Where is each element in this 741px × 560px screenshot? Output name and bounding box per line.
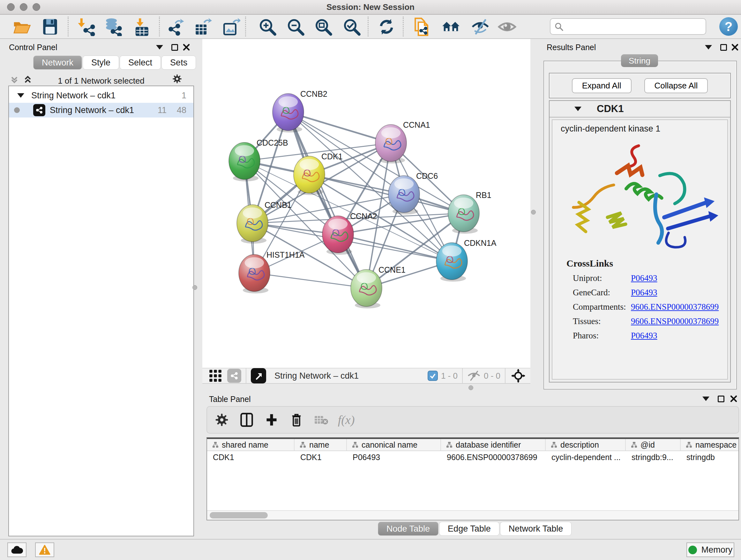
export-network-button[interactable]: [165, 17, 185, 37]
import-network-database-button[interactable]: [103, 17, 123, 37]
tab-sets[interactable]: Sets: [161, 56, 196, 70]
column-header-description[interactable]: description: [546, 439, 626, 450]
network-node-CCNA1[interactable]: CCNA1: [375, 120, 430, 164]
tab-select[interactable]: Select: [120, 56, 161, 70]
table-panel-close-button[interactable]: [729, 394, 738, 403]
control-panel-float-button[interactable]: [170, 43, 179, 52]
control-panel-menu-button[interactable]: [155, 43, 164, 52]
zoom-out-button[interactable]: [286, 17, 306, 37]
column-header-shared-name[interactable]: shared name: [207, 439, 294, 450]
network-node-CDC6[interactable]: CDC6: [388, 172, 438, 214]
network-node-CDK1[interactable]: CDK1: [293, 152, 343, 195]
network-edge-HIST1H1A-CCNE1[interactable]: [254, 273, 366, 288]
help-button[interactable]: ?: [719, 17, 738, 36]
genecard-link[interactable]: P06493: [631, 288, 657, 297]
zoom-in-button[interactable]: [258, 17, 277, 37]
memory-button[interactable]: Memory: [686, 543, 734, 557]
delete-table-button[interactable]: [314, 413, 328, 427]
horizontal-scrollbar[interactable]: [207, 510, 738, 520]
left-splitter-handle[interactable]: [192, 285, 197, 290]
create-column-button[interactable]: [265, 413, 279, 427]
table-cell[interactable]: cyclin-dependent ...: [546, 451, 626, 463]
right-splitter-handle[interactable]: [531, 210, 536, 214]
warning-icon: [39, 545, 51, 555]
network-edge-CCNB2-CCNE1[interactable]: [288, 112, 366, 288]
fit-content-button[interactable]: [510, 368, 527, 383]
network-collection-row[interactable]: String Network – cdk1 1: [9, 88, 193, 103]
zoom-selected-button[interactable]: [342, 17, 361, 37]
column-header-name[interactable]: name: [294, 439, 347, 450]
export-table-button[interactable]: [193, 17, 212, 37]
tab-network-table[interactable]: Network Table: [500, 522, 572, 536]
pharos-link[interactable]: P06493: [631, 331, 657, 340]
network-node-CCNE1[interactable]: CCNE1: [351, 265, 406, 308]
table-cell[interactable]: CDK1: [207, 451, 294, 463]
attribute-icon: [212, 442, 219, 448]
bottom-splitter-handle[interactable]: [468, 385, 473, 390]
selected-nodes-checkbox[interactable]: [428, 371, 438, 381]
home-button[interactable]: [441, 17, 461, 37]
network-node-CCNB2[interactable]: CCNB2: [273, 89, 327, 132]
show-grid-button[interactable]: [208, 368, 223, 383]
import-table-file-button[interactable]: [132, 17, 152, 37]
gene-section-header[interactable]: CDK1: [549, 101, 730, 118]
hide-details-button[interactable]: [470, 17, 490, 37]
column-header--id[interactable]: @id: [626, 439, 681, 450]
collapse-all-button[interactable]: Collapse All: [644, 78, 708, 93]
control-panel-close-button[interactable]: [182, 43, 191, 52]
warnings-button[interactable]: [35, 543, 54, 557]
table-cell[interactable]: CDK1: [294, 451, 347, 463]
tab-style[interactable]: Style: [83, 56, 119, 70]
view-type-button[interactable]: [227, 369, 241, 383]
zoom-fit-button[interactable]: [313, 17, 333, 37]
tab-network[interactable]: Network: [33, 56, 82, 70]
tissues-link[interactable]: 9606.ENSP00000378699: [631, 316, 719, 326]
table-cell[interactable]: stringdb:9...: [626, 451, 681, 463]
table-options-button[interactable]: [215, 413, 229, 427]
table-panel-menu-button[interactable]: [701, 394, 711, 403]
compartments-link[interactable]: 9606.ENSP00000378699: [631, 302, 719, 312]
export-table-icon: [193, 17, 212, 36]
network-canvas[interactable]: CCNB2CCNA1CDC25BCDK1CDC6RB1CCNB1CCNA2CDK…: [202, 39, 530, 368]
scrollbar-thumb[interactable]: [210, 512, 268, 518]
tab-edge-table[interactable]: Edge Table: [439, 522, 499, 536]
results-panel-float-button[interactable]: [719, 43, 728, 52]
node-label-CCNB1: CCNB1: [265, 200, 292, 209]
cloud-status-button[interactable]: [7, 543, 26, 557]
table-panel-float-button[interactable]: [716, 394, 726, 403]
network-node-CDKN1A[interactable]: CDKN1A: [436, 239, 496, 282]
expand-all-button[interactable]: Expand All: [572, 78, 631, 93]
network-view[interactable]: CCNB2CCNA1CDC25BCDK1CDC6RB1CCNB1CCNA2CDK…: [202, 39, 530, 368]
birds-eye-view-button[interactable]: [251, 368, 266, 383]
show-details-button[interactable]: [497, 17, 517, 37]
uniprot-link[interactable]: P06493: [631, 273, 657, 283]
column-header-canonical-name[interactable]: canonical name: [347, 439, 441, 450]
network-row[interactable]: String Network – cdk1 11 48: [9, 103, 193, 118]
column-header-database-identifier[interactable]: database identifier: [441, 439, 546, 450]
column-header-namespace[interactable]: namespace: [681, 439, 739, 450]
table-cell[interactable]: P06493: [347, 451, 441, 463]
string-import-button[interactable]: [412, 17, 432, 37]
results-panel-menu-button[interactable]: [704, 43, 713, 52]
network-node-RB1[interactable]: RB1: [448, 191, 491, 234]
export-image-button[interactable]: [221, 17, 241, 37]
table-cell[interactable]: stringdb: [681, 451, 739, 463]
tab-node-table[interactable]: Node Table: [378, 522, 439, 536]
tab-string[interactable]: String: [621, 54, 658, 67]
control-panel: Control Panel Network Style Select Sets …: [0, 39, 202, 539]
network-edge-CCNA2-CDKN1A[interactable]: [338, 234, 452, 261]
table-row[interactable]: CDK1CDK1P064939606.ENSP00000378699cyclin…: [207, 451, 738, 463]
network-node-HIST1H1A[interactable]: HIST1H1A: [239, 250, 305, 294]
table-cell[interactable]: 9606.ENSP00000378699: [441, 451, 546, 463]
import-network-file-button[interactable]: [77, 17, 96, 37]
results-panel-close-button[interactable]: [730, 43, 740, 52]
function-builder-button[interactable]: f(x): [339, 413, 353, 427]
show-columns-button[interactable]: [240, 413, 254, 427]
open-session-button[interactable]: [12, 17, 31, 37]
close-icon: [183, 44, 190, 51]
search-input[interactable]: [563, 22, 697, 31]
save-session-button[interactable]: [40, 17, 60, 37]
delete-column-button[interactable]: [289, 413, 304, 427]
refresh-view-button[interactable]: [377, 17, 396, 37]
network-options-button[interactable]: [172, 74, 182, 84]
